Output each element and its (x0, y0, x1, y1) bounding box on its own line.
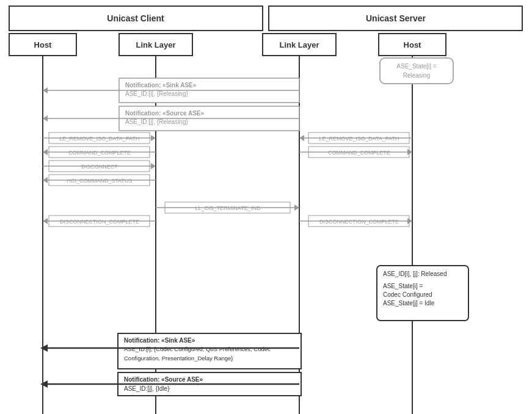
svg-text:Link Layer: Link Layer (279, 40, 319, 49)
svg-text:ASE_ID:[j], {Idle}: ASE_ID:[j], {Idle} (124, 385, 170, 392)
svg-rect-45 (165, 202, 290, 213)
svg-text:Unicast Client: Unicast Client (107, 13, 164, 23)
svg-rect-33 (49, 147, 150, 158)
svg-rect-49 (49, 216, 150, 227)
svg-rect-6 (119, 34, 192, 56)
svg-rect-76 (118, 372, 301, 396)
svg-text:ASE_ID:[i], {Releasing}: ASE_ID:[i], {Releasing} (125, 90, 188, 97)
svg-marker-44 (43, 177, 48, 183)
svg-text:LE_REMOVE_ISO_DATA_PATH: LE_REMOVE_ISO_DATA_PATH (60, 136, 140, 142)
svg-text:COMMAND_COMPLETE: COMMAND_COMPLETE (68, 150, 131, 156)
svg-text:ASE_State[i] =: ASE_State[i] = (396, 63, 436, 70)
svg-text:LL_CIS_TERMINATE_IND: LL_CIS_TERMINATE_IND (195, 205, 261, 211)
svg-marker-48 (294, 205, 299, 211)
svg-marker-60 (407, 149, 412, 155)
svg-marker-80 (40, 380, 48, 388)
svg-rect-57 (308, 147, 409, 158)
svg-rect-70 (118, 333, 301, 369)
svg-rect-29 (49, 133, 150, 143)
svg-rect-24 (119, 106, 299, 131)
svg-text:COMMAND_COMPLETE: COMMAND_COMPLETE (328, 150, 390, 156)
svg-rect-4 (9, 34, 76, 56)
svg-text:Host: Host (34, 40, 53, 49)
svg-marker-64 (407, 218, 412, 224)
svg-text:Link Layer: Link Layer (136, 40, 175, 49)
svg-marker-52 (43, 218, 48, 224)
svg-rect-2 (269, 6, 522, 31)
svg-rect-8 (263, 34, 336, 56)
svg-text:Codec Configured: Codec Configured (383, 291, 432, 298)
svg-text:DISCONNECTION_COMPLETE: DISCONNECTION_COMPLETE (60, 219, 139, 225)
svg-rect-37 (49, 161, 150, 172)
svg-text:Notification: «Sink ASE»: Notification: «Sink ASE» (125, 82, 197, 89)
svg-text:Notification: «Sink ASE»: Notification: «Sink ASE» (124, 337, 195, 344)
arrows-layer: Unicast Client Unicast Server Host Link … (0, 0, 532, 414)
svg-marker-32 (151, 135, 156, 141)
svg-marker-36 (43, 149, 48, 155)
svg-rect-65 (377, 266, 468, 321)
svg-marker-56 (299, 135, 304, 141)
svg-text:DISCONNECT: DISCONNECT (81, 164, 118, 170)
svg-rect-41 (49, 175, 150, 186)
svg-rect-53 (308, 133, 409, 143)
svg-text:Notification: «Source ASE»: Notification: «Source ASE» (124, 376, 203, 383)
svg-text:Unicast Server: Unicast Server (366, 13, 426, 23)
svg-text:LE_REMOVE_ISO_DATA_PATH: LE_REMOVE_ISO_DATA_PATH (319, 136, 399, 142)
svg-text:ASE_State[j] = Idle: ASE_State[j] = Idle (383, 300, 435, 307)
svg-marker-75 (40, 344, 48, 352)
svg-rect-16 (380, 58, 453, 84)
svg-rect-19 (119, 78, 299, 103)
svg-text:Notification: «Source ASE»: Notification: «Source ASE» (125, 110, 205, 117)
svg-text:DISCONNECTION_COMPLETE: DISCONNECTION_COMPLETE (319, 219, 399, 225)
svg-text:Configuration, Presentation_De: Configuration, Presentation_Delay Range} (124, 355, 233, 361)
svg-rect-61 (308, 216, 409, 227)
svg-text:ASE_State[i] =: ASE_State[i] = (383, 283, 423, 289)
sequence-diagram: Unicast Client Unicast Server Host Link … (0, 0, 532, 414)
svg-rect-0 (9, 6, 263, 31)
svg-text:ASE_ID[i], [j]: Released: ASE_ID[i], [j]: Released (383, 271, 447, 277)
svg-text:ASE_ID:[i], {Codec Configured,: ASE_ID:[i], {Codec Configured, QoS Prefe… (124, 346, 271, 352)
svg-text:ASE_ID:[j], {Releasing}: ASE_ID:[j], {Releasing} (125, 118, 188, 125)
svg-rect-10 (379, 34, 446, 56)
svg-marker-23 (43, 87, 48, 93)
svg-text:Host: Host (404, 40, 422, 49)
svg-marker-28 (43, 115, 48, 122)
svg-text:Releasing: Releasing (403, 72, 430, 79)
svg-marker-40 (151, 163, 156, 169)
svg-text:HCI_COMMAND_STATUS: HCI_COMMAND_STATUS (67, 178, 132, 184)
